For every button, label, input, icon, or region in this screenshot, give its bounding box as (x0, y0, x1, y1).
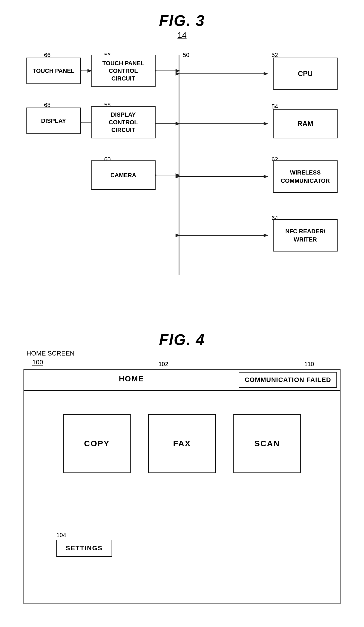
function-buttons: COPY FAX SCAN (48, 414, 316, 473)
cpu-block: CPU (273, 58, 338, 90)
ref-110: 110 (304, 361, 314, 368)
fig4-title: FIG. 4 (18, 331, 346, 348)
home-screen-label: HOME SCREEN (26, 350, 346, 357)
comm-failed-badge: COMMUNICATION FAILED (239, 372, 337, 388)
display-block: DISPLAY (26, 108, 81, 134)
home-screen-wrapper: 102 110 HOME COMMUNICATION FAILED COPY F… (23, 369, 341, 604)
display-ctrl-block: DISPLAY CONTROL CIRCUIT (91, 106, 156, 138)
ref-50: 50 (183, 52, 189, 58)
screen-ref: 100 (32, 358, 43, 366)
fig3-ref: 14 (18, 31, 346, 40)
home-screen-outer: HOME COMMUNICATION FAILED COPY FAX SCAN (23, 369, 341, 604)
home-screen-body: COPY FAX SCAN 104 SETTINGS (24, 391, 340, 574)
touch-panel-block: TOUCH PANEL (26, 58, 81, 84)
copy-button[interactable]: COPY (63, 414, 131, 473)
fig4-section: FIG. 4 HOME SCREEN 100 102 110 HOME COMM… (0, 325, 364, 622)
touch-ctrl-block: TOUCH PANEL CONTROL CIRCUIT (91, 55, 156, 87)
fig3-diagram: 56 66 68 58 60 50 52 54 62 64 TOUCH PANE… (21, 52, 343, 307)
ref-104: 104 (56, 532, 316, 539)
home-screen-header: HOME COMMUNICATION FAILED (24, 370, 340, 391)
fax-button[interactable]: FAX (148, 414, 216, 473)
settings-button[interactable]: SETTINGS (56, 540, 112, 557)
wireless-block: WIRELESS COMMUNICATOR (273, 160, 338, 193)
scan-button[interactable]: SCAN (233, 414, 301, 473)
fig3-section: FIG. 3 14 (0, 0, 364, 325)
settings-area: 104 SETTINGS (48, 532, 316, 557)
camera-block: CAMERA (91, 160, 156, 190)
home-title: HOME (24, 370, 239, 390)
nfc-block: NFC READER/ WRITER (273, 219, 338, 252)
fig3-title: FIG. 3 (18, 12, 346, 29)
ref-102: 102 (159, 361, 168, 368)
ram-block: RAM (273, 109, 338, 138)
